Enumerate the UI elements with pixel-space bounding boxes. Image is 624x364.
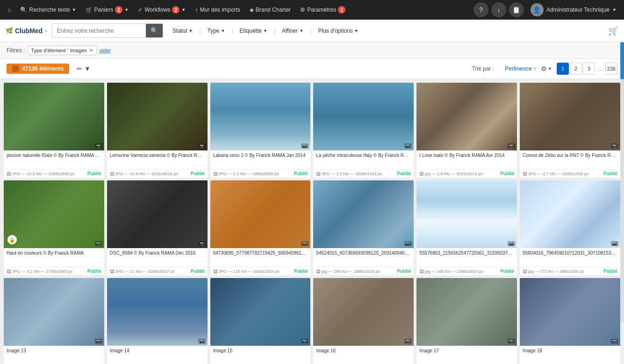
help-button[interactable]: ? [473,2,488,17]
grid-item-meta: 🖼 JPG — 2,6 Mo — 2808x1433 pxPublié [313,169,414,178]
pagination: 1 2 3 ... 236 [557,63,617,75]
search-nav-icon: 🔍 [20,7,27,13]
sort-value-button[interactable]: Pertinence ↑ [505,65,536,72]
published-status: Publié [603,269,617,274]
grid-item-info: Image 15 [210,346,311,364]
page-2-button[interactable]: 2 [570,63,582,75]
nav-workflows[interactable]: ✓ Workflows 2 ▼ [134,4,189,15]
statut-filter-button[interactable]: Statut ▼ [168,25,197,36]
grid-item-info: Lemurine Varrecia varrecia © By Franck R… [107,150,208,169]
grid-item-title: 54730695_577987782719425_606940961818070… [213,250,308,257]
sep3: | [273,28,276,34]
grid-item-info: Convoi de Zébu sur la RN7 © By Franck RA… [520,150,620,169]
clear-filters-button[interactable]: vider [100,48,111,53]
file-type-icon: 🖼 JPG — 115 Ko — 1044x1504 px [213,269,280,274]
grid-item[interactable]: 📷Image 16🖼 JPG — xxxPublié [313,278,414,364]
grid-item-meta: 🖼 JPG — 2,7 Mo — 3008x2000 pxPublié [520,169,620,178]
grid-item-meta: 🖼 JPG — 10,9 Mo — 4288x2848 pxPublié [4,169,104,178]
grid-item[interactable]: 📷Image 18🖼 JPG — xxxPublié [520,278,620,364]
published-status: Publié [191,269,205,274]
user-chevron-icon: ▼ [612,7,617,12]
published-status: Publié [87,269,101,274]
search-input[interactable] [52,25,146,37]
affiner-filter-button[interactable]: Affiner ▼ [277,25,308,36]
plus-options-filter-button[interactable]: Plus d'options ▼ [314,25,363,36]
grid-item-info: Lakana vezo 2 © By Franck RAMA Jan 2014 [210,150,311,169]
logo-suffix: ⍀ [44,28,47,33]
file-type-icon: 🖼 JPG — 14,4 Mo — 6016x4016 px [110,171,178,176]
grid-item-title: DSC_8084 © By Franck RAMA Déc 2016 [110,250,205,257]
scrollbar[interactable] [620,42,624,322]
clipboard-button[interactable]: 📋 [509,2,524,17]
nav-search[interactable]: 🔍 Recherche texte ▼ [16,5,79,15]
scroll-thumb [620,42,624,79]
nav-paniers[interactable]: 🛒 Paniers 2 ▼ [82,4,133,15]
grid-item[interactable]: 📷piscine naturelle ISalo © By Franck RAM… [4,83,104,178]
grid-item-info: 54730695_577987782719425_606940961818070… [210,248,311,267]
remove-filter-button[interactable]: ✕ [89,47,93,54]
grid-item[interactable]: 📷54730695_577987782719425_60694096181807… [210,180,311,275]
grid-item[interactable]: 📷Image 13🖼 JPG — xxxPublié [4,278,104,364]
filters-row: Filtres : Type d'élément : Images ✕ vide… [0,42,624,59]
grid-item[interactable]: 📷54524015_607369693098120_25914004081737… [313,180,414,275]
type-chevron-icon: ▼ [221,29,225,33]
grid-item-meta: 🖼 jpg — 289 Ko — 1080x1620 pxPublié [313,267,414,275]
grid-item[interactable]: 📷Image 14🖼 JPG — xxxPublié [107,278,208,364]
statut-chevron-icon: ▼ [188,29,193,33]
grid-item[interactable]: 📷55604016_796459010712031_30710815328200… [520,180,620,275]
grid-item-title: Image 16 [316,348,411,354]
published-status: Publié [191,171,205,176]
sep4: | [309,28,312,34]
file-type-icon: 🖼 JPG — 10,9 Mo — 4288x2848 px [7,171,75,176]
grid-item-title: 55576863_2156562547725561_31595037425299… [419,250,514,257]
user-menu-button[interactable]: 👤 Administrateur Technique ▼ [527,1,620,18]
file-type-icon: 🖼 JPG — 2,6 Mo — 2808x1433 px [316,171,382,176]
page-last-button[interactable]: 236 [605,63,617,75]
grid-item[interactable]: 📷Convoi de Zébu sur la RN7 © By Franck R… [520,83,620,178]
search-submit-button[interactable]: 🔍 [146,24,163,37]
grid-item-title: 54524015_607369693098120_259140040817377… [316,250,411,257]
cart-button[interactable]: 🛒 [608,26,618,36]
grid-item[interactable]: 📷I Love Isalo © By Franck RAMA Avr 2014🖼… [416,83,517,178]
brand-nav-icon: ◈ [250,7,254,13]
nav-parametres[interactable]: ⚙ Paramètres 1 [296,4,349,15]
page-3-button[interactable]: 3 [583,63,595,75]
paniers-badge: 2 [115,6,122,14]
grid-item-title: Lakana vezo 2 © By Franck RAMA Jan 2014 [213,152,308,159]
grid-item-info: I Love Isalo © By Franck RAMA Avr 2014 [416,150,517,169]
grid-item[interactable]: 📷La pêche miraculeuse Ifaty © By Franck … [313,83,414,178]
edit-button[interactable]: ✏ ▼ [74,64,93,73]
type-filter-button[interactable]: Type ▼ [203,25,230,36]
grid-item[interactable]: 📷🔒Haut en couleurs © By Franck RAMA🖼 JPG… [4,180,104,275]
grid-item[interactable]: 📷Lakana vezo 2 © By Franck RAMA Jan 2014… [210,83,311,178]
nav-mur-imports[interactable]: ↑ Mur des imports [191,5,244,15]
grid-item[interactable]: 📷DSC_8084 © By Franck RAMA Déc 2016🖼 JPG… [107,180,208,275]
download-button[interactable]: ↓ [491,2,506,17]
logo: 🌿 ClubMed ⍀ [6,27,47,35]
parametres-badge: 1 [338,6,345,14]
grid-item-meta: 🖼 jpg — 372 Ko — 999x1620 pxPublié [520,267,620,275]
grid-item[interactable]: 📷Lemurine Varrecia varrecia © By Franck … [107,83,208,178]
grid-item-info: Image 16 [313,346,414,364]
pagination-ellipsis: ... [596,65,604,72]
etiquette-filter-button[interactable]: Etiquette ▼ [235,25,272,36]
grid-item[interactable]: 📷55576863_2156562547725561_3159503742529… [416,180,517,275]
grid-item-info: Image 14 [107,346,208,364]
grid-settings-button[interactable]: ⚙ ▼ [541,65,552,72]
logo-icon: 🌿 [6,27,13,34]
grid-item-meta: 🖼 JPG — 115 Ko — 1044x1504 pxPublié [210,267,311,275]
grid-item-title: piscine naturelle ISalo © By Franck RAMA… [7,152,101,159]
grid-item[interactable]: 📷Image 15🖼 JPG — xxxPublié [210,278,311,364]
grid-item[interactable]: 📷Image 17🖼 JPG — xxxPublié [416,278,517,364]
plus-options-chevron-icon: ▼ [354,29,359,33]
page-1-button[interactable]: 1 [557,63,569,75]
home-button[interactable]: ⌂ [4,5,14,15]
image-grid: 📷piscine naturelle ISalo © By Franck RAM… [0,79,624,364]
nav-brand-charter[interactable]: ◈ Brand Charter [246,5,294,15]
grid-item-meta: 🖼 JPG — 14,4 Mo — 6016x4016 pxPublié [107,169,208,178]
filters-label: Filtres : [7,47,25,54]
filter-group: Statut ▼ | Type ▼ | Etiquette ▼ | Affine… [168,25,603,36]
cart-nav-icon: 🛒 [86,7,93,13]
chevron-down-icon: ▼ [72,7,76,12]
grid-item-info: Haut en couleurs © By Franck RAMA [4,248,104,267]
